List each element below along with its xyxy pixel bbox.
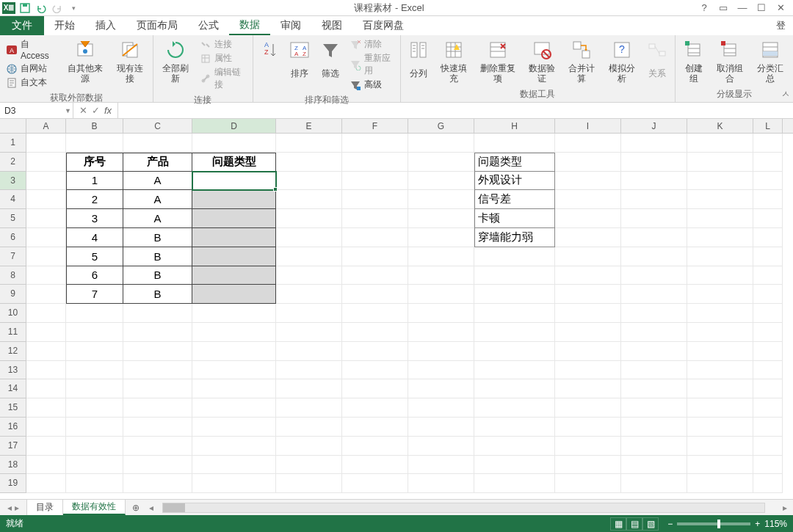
cell-G1[interactable] bbox=[408, 134, 474, 153]
cell-K5[interactable] bbox=[687, 209, 753, 228]
cell-I19[interactable] bbox=[555, 474, 621, 493]
cell-J3[interactable] bbox=[621, 172, 687, 191]
tab-file[interactable]: 文件 bbox=[0, 16, 44, 35]
row-header-12[interactable]: 12 bbox=[0, 342, 26, 361]
redo-button[interactable] bbox=[50, 1, 65, 15]
cell-B3[interactable]: 1 bbox=[66, 172, 123, 191]
zoom-in-button[interactable]: + bbox=[755, 519, 760, 529]
row-header-15[interactable]: 15 bbox=[0, 398, 26, 418]
cell-H2[interactable]: 问题类型 bbox=[474, 153, 555, 172]
sort-button[interactable]: ZAAZ排序 bbox=[285, 37, 314, 85]
tab-baidu[interactable]: 百度网盘 bbox=[352, 16, 414, 35]
cell-A15[interactable] bbox=[26, 398, 66, 418]
cell-I5[interactable] bbox=[555, 209, 621, 228]
cell-D11[interactable] bbox=[192, 323, 276, 342]
cell-F1[interactable] bbox=[342, 134, 408, 153]
cell-C10[interactable] bbox=[123, 304, 192, 323]
add-sheet-button[interactable]: ⊕ bbox=[126, 500, 146, 515]
cell-C9[interactable]: B bbox=[123, 285, 192, 304]
cell-E3[interactable] bbox=[276, 172, 342, 191]
cell-L16[interactable] bbox=[753, 418, 783, 437]
cell-E1[interactable] bbox=[276, 134, 342, 153]
cell-G8[interactable] bbox=[408, 266, 474, 285]
cell-K15[interactable] bbox=[687, 398, 753, 418]
cell-D16[interactable] bbox=[192, 418, 276, 437]
cell-F9[interactable] bbox=[342, 285, 408, 304]
cell-D14[interactable] bbox=[192, 379, 276, 398]
cell-E10[interactable] bbox=[276, 304, 342, 323]
minimize-button[interactable]: — bbox=[736, 2, 749, 13]
fx-icon[interactable]: fx bbox=[104, 105, 112, 116]
row-header-4[interactable]: 4 bbox=[0, 190, 26, 209]
cell-A5[interactable] bbox=[26, 209, 66, 228]
flash-fill-button[interactable]: 快速填充 bbox=[435, 37, 473, 85]
advanced-filter-button[interactable]: 高级 bbox=[350, 79, 394, 91]
data-validation-button[interactable]: 数据验证 bbox=[523, 37, 561, 85]
cell-D13[interactable] bbox=[192, 361, 276, 380]
cell-L9[interactable] bbox=[753, 285, 783, 304]
cell-C16[interactable] bbox=[123, 418, 192, 437]
group-button[interactable]: 创建组 bbox=[678, 37, 709, 85]
clear-filter-button[interactable]: 清除 bbox=[350, 38, 394, 51]
row-header-14[interactable]: 14 bbox=[0, 379, 26, 398]
sheet-tab-2[interactable]: 数据有效性 bbox=[63, 500, 126, 515]
cell-K11[interactable] bbox=[687, 323, 753, 342]
cell-F15[interactable] bbox=[342, 398, 408, 418]
cell-L5[interactable] bbox=[753, 209, 783, 228]
cell-B19[interactable] bbox=[66, 474, 123, 493]
cell-A11[interactable] bbox=[26, 323, 66, 342]
select-all-corner[interactable] bbox=[0, 119, 26, 134]
cell-A14[interactable] bbox=[26, 379, 66, 398]
existing-conn-button[interactable]: 现有连接 bbox=[110, 37, 149, 85]
cell-H4[interactable]: 信号差 bbox=[474, 190, 555, 209]
sort-az-button[interactable]: AZ bbox=[256, 37, 283, 63]
cell-J6[interactable] bbox=[621, 228, 687, 247]
tab-home[interactable]: 开始 bbox=[44, 16, 85, 35]
cell-A10[interactable] bbox=[26, 304, 66, 323]
subtotal-button[interactable]: 分类汇总 bbox=[751, 37, 790, 85]
cell-H17[interactable] bbox=[474, 437, 555, 456]
zoom-level[interactable]: 115% bbox=[764, 519, 787, 529]
cell-G14[interactable] bbox=[408, 379, 474, 398]
cell-L7[interactable] bbox=[753, 247, 783, 266]
cell-J7[interactable] bbox=[621, 247, 687, 266]
pagebreak-view-icon[interactable]: ▧ bbox=[642, 517, 659, 531]
row-header-10[interactable]: 10 bbox=[0, 304, 26, 323]
cell-C12[interactable] bbox=[123, 342, 192, 361]
cell-H16[interactable] bbox=[474, 418, 555, 437]
cell-A17[interactable] bbox=[26, 437, 66, 456]
cell-J10[interactable] bbox=[621, 304, 687, 323]
cell-B13[interactable] bbox=[66, 361, 123, 380]
column-headers[interactable]: ABCDEFGHIJKL bbox=[26, 119, 793, 134]
cell-I13[interactable] bbox=[555, 361, 621, 380]
row-header-8[interactable]: 8 bbox=[0, 266, 26, 285]
tab-review[interactable]: 审阅 bbox=[270, 16, 311, 35]
cell-C15[interactable] bbox=[123, 398, 192, 418]
col-header-I[interactable]: I bbox=[555, 119, 621, 133]
cell-L8[interactable] bbox=[753, 266, 783, 285]
cell-C19[interactable] bbox=[123, 474, 192, 493]
cell-G16[interactable] bbox=[408, 418, 474, 437]
cell-D3[interactable] bbox=[192, 172, 276, 191]
cell-C8[interactable]: B bbox=[123, 266, 192, 285]
cell-C11[interactable] bbox=[123, 323, 192, 342]
cell-C18[interactable] bbox=[123, 456, 192, 475]
cell-A8[interactable] bbox=[26, 266, 66, 285]
properties-button[interactable]: 属性 bbox=[200, 52, 247, 65]
refresh-all-button[interactable]: 全部刷新 bbox=[156, 37, 195, 85]
cell-H1[interactable] bbox=[474, 134, 555, 153]
cell-I17[interactable] bbox=[555, 437, 621, 456]
cell-D10[interactable] bbox=[192, 304, 276, 323]
cell-I1[interactable] bbox=[555, 134, 621, 153]
cell-F12[interactable] bbox=[342, 342, 408, 361]
cell-F7[interactable] bbox=[342, 247, 408, 266]
zoom-control[interactable]: − + 115% bbox=[667, 519, 787, 529]
cell-A18[interactable] bbox=[26, 456, 66, 475]
cell-B1[interactable] bbox=[66, 134, 123, 153]
cell-F5[interactable] bbox=[342, 209, 408, 228]
cell-C2[interactable]: 产品 bbox=[123, 153, 192, 172]
signin-link[interactable]: 登 bbox=[769, 16, 793, 35]
row-header-2[interactable]: 2 bbox=[0, 153, 26, 172]
cell-G6[interactable] bbox=[408, 228, 474, 247]
enter-formula-icon[interactable]: ✓ bbox=[92, 105, 100, 116]
